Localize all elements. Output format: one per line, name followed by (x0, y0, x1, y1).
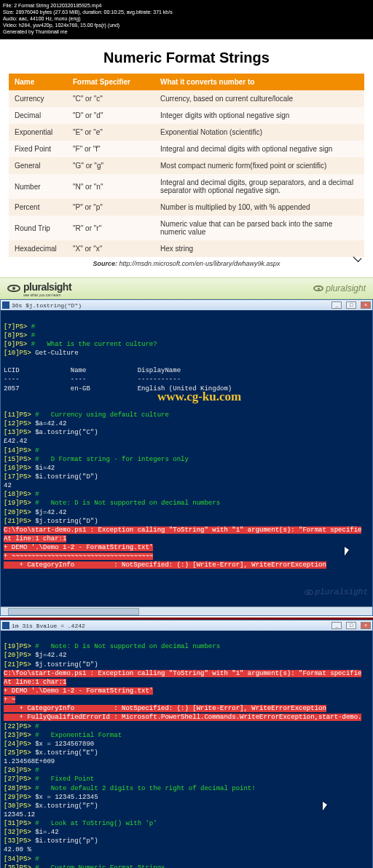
format-table: Name Format Specifier What it converts n… (9, 74, 364, 257)
video-metadata: File: 2 Format String 20120320185925.mp4… (0, 0, 373, 39)
app-icon (2, 622, 9, 629)
window-title: 1m 31s $value = .4242 (12, 623, 85, 629)
table-header-row: Name Format Specifier What it converts n… (9, 74, 364, 90)
table-row: Decimal"D" or "d"Integer digits with opt… (9, 107, 364, 124)
th-specifier: Format Specifier (67, 74, 154, 90)
pluralsight-right: pluralsight (313, 283, 366, 293)
th-description: What it converts number to (154, 74, 364, 90)
source-line: Source: http://msdn.microsoft.com/en-us/… (0, 260, 373, 267)
table-row: Round Trip"R" or "r"Numeric value that c… (9, 216, 364, 240)
scrollbar-thumb[interactable] (8, 608, 139, 615)
horizontal-scrollbar[interactable] (1, 607, 372, 615)
powershell-window-2: 1m 31s $value = .4242 _ □ × [19]PS> # No… (0, 620, 373, 868)
pluralsight-banner: pluralsight see what you can learn plura… (0, 277, 373, 299)
table-row: Number"N" or "n"Integral and decimal dig… (9, 174, 364, 199)
window-controls: _ □ × (331, 622, 371, 629)
cursor-pointer-icon (323, 802, 329, 810)
close-button[interactable]: × (361, 622, 371, 629)
minimize-button[interactable]: _ (331, 622, 342, 629)
meta-file: File: 2 Format String 20120320185925.mp4 (3, 2, 370, 9)
source-url: http://msdn.microsoft.com/en-us/library/… (119, 260, 280, 267)
watermark: www.cg-ku.com (157, 389, 241, 406)
table-row: General"G" or "g"Most compact numeric fo… (9, 157, 364, 174)
eye-icon (305, 590, 313, 595)
pluralsight-footer: pluralsight (305, 587, 368, 598)
eye-icon (7, 285, 20, 292)
table-row: Fixed Point"F" or "f"Integral and decima… (9, 141, 364, 157)
slide-numeric-format-strings: Numeric Format Strings Name Format Speci… (0, 39, 373, 277)
maximize-button[interactable]: □ (346, 301, 356, 309)
maximize-button[interactable]: □ (346, 622, 356, 629)
brand-text: pluralsight (23, 281, 71, 293)
table-row: Currency"C" or "c"Currency, based on cur… (9, 90, 364, 107)
titlebar[interactable]: 1m 31s $value = .4242 _ □ × (1, 620, 372, 631)
table-row: Exponential"E" or "e"Exponential Notatio… (9, 124, 364, 141)
cursor-pointer-icon (345, 547, 350, 556)
meta-size: Size: 28976040 bytes (27.63 MiB), durati… (3, 9, 370, 15)
app-icon (2, 301, 9, 309)
source-label: Source: (93, 260, 117, 267)
window-controls: _ □ × (331, 301, 371, 309)
window-title: 36s $j.tostring("D") (12, 302, 82, 309)
meta-gen: Generated by Thumbnail me (3, 28, 370, 35)
meta-audio: Audio: aac, 44100 Hz, mono (eng) (3, 15, 370, 22)
pluralsight-logo: pluralsight see what you can learn (7, 280, 71, 297)
terminal-output[interactable]: [7]PS> # [8]PS> # [9]PS> # What is the c… (1, 310, 372, 607)
close-button[interactable]: × (361, 301, 371, 309)
brand-tagline: see what you can learn (23, 293, 71, 297)
terminal-output[interactable]: [19]PS> # Note: D is Not supported on de… (1, 631, 372, 868)
table-row: Percent"P" or "p"Number is multiplied by… (9, 199, 364, 216)
table-row: Hexadecimal"X" or "x"Hex string (9, 240, 364, 257)
titlebar[interactable]: 36s $j.tostring("D") _ □ × (1, 300, 372, 310)
th-name: Name (9, 74, 67, 90)
meta-video: Video: h264, yuv420p, 1024x768, 15.00 fp… (3, 22, 370, 28)
minimize-button[interactable]: _ (331, 301, 342, 309)
powershell-window-1: 36s $j.tostring("D") _ □ × [7]PS> # [8]P… (0, 299, 373, 616)
slide-title: Numeric Format Strings (0, 50, 373, 66)
eye-icon (313, 285, 323, 291)
